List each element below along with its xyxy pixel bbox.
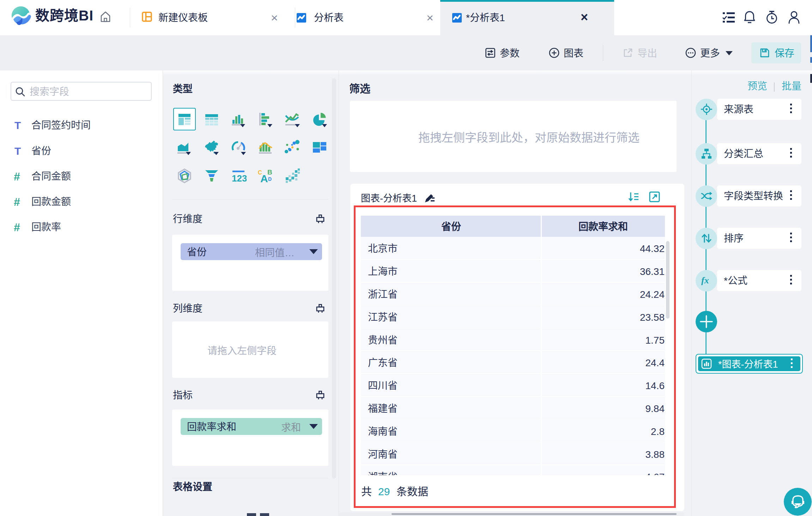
- svg-text:fx: fx: [701, 275, 709, 285]
- svg-text:A: A: [260, 173, 268, 184]
- svg-text:123: 123: [232, 173, 247, 184]
- svg-text:D: D: [268, 176, 272, 182]
- svg-text:B: B: [267, 168, 272, 176]
